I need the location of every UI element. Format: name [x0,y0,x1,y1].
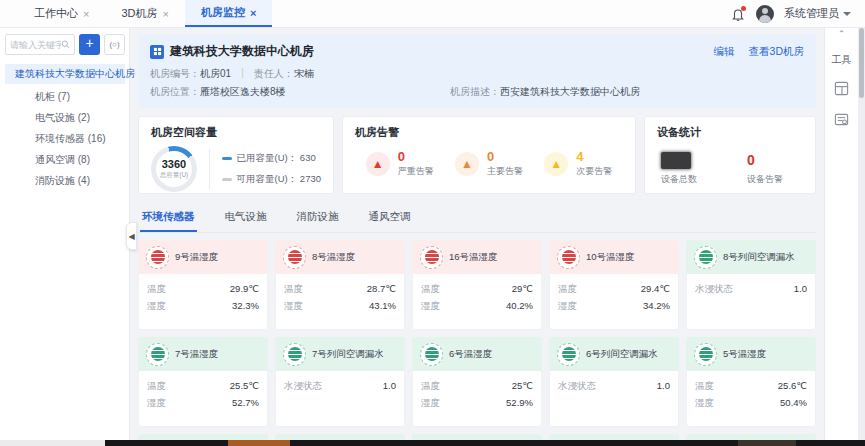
sensor-metric-label: 水浸状态 [284,377,322,394]
strip-dim-segment [738,440,796,446]
device-tree: 建筑科技大学数据中心机房 机柜 (7)电气设施 (2)环境传感器 (16)通风空… [5,64,125,191]
edit-link[interactable]: 编辑 [714,45,735,59]
tools-label[interactable]: 工具 [832,53,852,67]
chevron-up-icon[interactable]: ⌃ [838,30,846,39]
sensor-card[interactable]: 10号温湿度温度29.4℃湿度34.2% [549,240,679,330]
vertical-scrollbar[interactable] [858,28,865,445]
tab-close-icon[interactable]: × [250,7,256,19]
sensor-metric-row: 水浸状态1.0 [558,377,670,394]
sensor-card-body: 温度29.9℃湿度32.3% [138,274,268,314]
stats-row: 机房空间容量 3360 总容量(U) 已用容量(U)： 630可用容量(U)： … [138,116,816,194]
sensor-card-header: 5号温湿度 [686,337,816,371]
sensor-icon-core [151,347,165,361]
capacity-legend: 已用容量(U)： 630可用容量(U)： 2730 [222,152,321,186]
search-input[interactable] [10,40,61,50]
device-total-value [661,152,691,169]
sensor-metric-label: 温度 [284,280,303,297]
room-icon [150,45,164,59]
sensor-card[interactable]: 8号列间空调漏水水浸状态1.0 [686,240,816,330]
sensor-icon-core [425,347,439,361]
sensor-metric-row: 水浸状态1.0 [695,280,807,297]
sensor-card-body: 温度25.5℃湿度52.7% [138,371,268,411]
user-avatar[interactable] [756,5,774,23]
add-button[interactable]: + [79,34,100,55]
sensor-metric-value: 28.7℃ [367,280,396,297]
sensor-card[interactable]: 6号温湿度温度25℃湿度52.9% [412,337,542,427]
sensor-card[interactable]: 16号温湿度温度29℃湿度40.2% [412,240,542,330]
sensor-metric-label: 湿度 [284,297,303,314]
top-tab[interactable]: 工作中心× [18,0,105,27]
sensor-card-title: 8号温湿度 [312,251,355,264]
sensor-card-body: 温度29℃湿度40.2% [412,274,542,314]
sensor-metric-value: 40.2% [506,297,533,314]
capacity-donut-chart: 3360 总容量(U) [151,146,197,192]
top-tab[interactable]: 3D机房× [105,0,185,27]
sensor-metric-row: 湿度32.3% [147,297,259,314]
sensor-card-title: 9号温湿度 [175,251,218,264]
top-tab-label: 机房监控 [201,5,245,20]
tree-item-机柜[interactable]: 机柜 (7) [5,86,125,107]
tab-电气设施[interactable]: 电气设施 [223,204,269,232]
sensor-icon [283,343,306,366]
sensor-icon-core [425,250,439,264]
sensor-metric-value: 25.5℃ [230,377,259,394]
alarm-stats: ▲0严重告警▲0主要告警▲4次要告警 [355,150,623,178]
sensor-card-header: 9号温湿度 [138,240,268,274]
sensor-card-header: 6号温湿度 [412,337,542,371]
tab-close-icon[interactable]: × [163,8,169,20]
sensor-card[interactable]: 6号列间空调漏水水浸状态1.0 [549,337,679,427]
tree-children: 机柜 (7)电气设施 (2)环境传感器 (16)通风空调 (8)消防设施 (4) [5,86,125,191]
sensor-card[interactable]: 9号温湿度温度29.9℃湿度32.3% [138,240,268,330]
notification-bell-icon[interactable] [730,6,746,22]
alarm-stat-text: 4次要告警 [576,150,612,178]
tree-item-电气设施[interactable]: 电气设施 (2) [5,107,125,128]
collapse-all-button[interactable]: (○) [104,34,125,55]
warning-triangle-icon: ▲ [544,152,568,176]
sensor-metric-value: 1.0 [383,377,396,394]
tab-通风空调[interactable]: 通风空调 [367,204,413,232]
tree-root-node[interactable]: 建筑科技大学数据中心机房 [5,64,125,84]
tree-item-通风空调[interactable]: 通风空调 (8) [5,149,125,170]
alarm-count: 0 [487,150,523,163]
legend-row: 可用容量(U)： 2730 [222,173,321,186]
sensor-metric-row: 温度29.4℃ [558,280,670,297]
sensor-metric-value: 50.4% [780,394,807,411]
user-menu[interactable]: 系统管理员 [784,6,851,21]
sensor-card-title: 16号温湿度 [449,251,498,264]
view-3d-link[interactable]: 查看3D机房 [749,45,804,59]
sensor-card[interactable]: 5号温湿度温度25.6℃湿度50.4% [686,337,816,427]
user-name: 系统管理员 [784,6,839,21]
sensor-card-body: 温度25℃湿度52.9% [412,371,542,411]
sensor-metric-label: 水浸状态 [695,280,733,297]
sensor-card[interactable]: 7号列间空调漏水水浸状态1.0 [275,337,405,427]
sensor-metric-row: 湿度52.9% [421,394,533,411]
sensor-card-title: 6号温湿度 [449,348,492,361]
top-tab[interactable]: 机房监控× [185,0,272,27]
alarm-count: 0 [398,150,434,163]
sensor-card-body: 水浸状态1.0 [549,371,679,394]
capacity-title: 机房空间容量 [151,125,321,140]
sensor-metric-row: 温度25℃ [421,377,533,394]
sensor-metric-label: 温度 [147,280,166,297]
tab-close-icon[interactable]: × [83,8,89,20]
scrollbar-thumb[interactable] [859,28,864,98]
top-tab-label: 3D机房 [121,6,157,21]
search-icon [61,39,70,50]
tab-环境传感器[interactable]: 环境传感器 [140,204,197,232]
sensor-icon-core [699,250,713,264]
sensor-metric-value: 1.0 [794,280,807,297]
list-search-icon[interactable] [834,112,849,129]
tab-消防设施[interactable]: 消防设施 [295,204,341,232]
sensor-metric-row: 湿度50.4% [695,394,807,411]
sidebar-collapse-handle[interactable]: ◀ [126,222,137,250]
panel-layout-icon[interactable] [834,81,849,98]
sensor-metric-row: 温度28.7℃ [284,280,396,297]
sensor-card[interactable]: 8号温湿度温度28.7℃湿度43.1% [275,240,405,330]
tree-item-消防设施[interactable]: 消防设施 (4) [5,170,125,191]
sensor-card[interactable]: 7号温湿度温度25.5℃湿度52.7% [138,337,268,427]
sensor-metric-value: 52.7% [232,394,259,411]
tree-item-环境传感器[interactable]: 环境传感器 (16) [5,128,125,149]
field-divider: | [241,67,244,81]
sensor-metric-row: 湿度40.2% [421,297,533,314]
sensor-card-header: 6号列间空调漏水 [549,337,679,371]
